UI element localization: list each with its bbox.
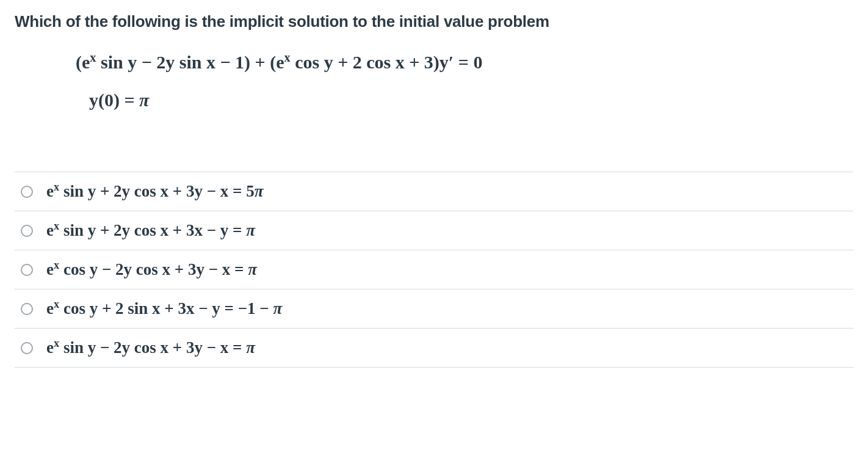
option-row[interactable]: ex cos y − 2y cos x + 3y − x = π — [15, 250, 853, 289]
initial-condition: y(0) = π — [89, 90, 853, 111]
question-prompt: Which of the following is the implicit s… — [15, 12, 853, 31]
radio-button[interactable] — [21, 264, 33, 276]
radio-button[interactable] — [21, 342, 33, 354]
radio-button[interactable] — [21, 186, 33, 198]
radio-button[interactable] — [21, 225, 33, 237]
option-row[interactable]: ex cos y + 2 sin x + 3x − y = −1 − π — [15, 289, 853, 328]
option-formula: ex cos y − 2y cos x + 3y − x = π — [46, 260, 257, 279]
option-row[interactable]: ex sin y − 2y cos x + 3y − x = π — [15, 328, 853, 368]
option-formula: ex sin y + 2y cos x + 3x − y = π — [46, 221, 255, 240]
equation-block: (ex sin y − 2y sin x − 1) + (ex cos y + … — [76, 46, 853, 111]
main-equation: (ex sin y − 2y sin x − 1) + (ex cos y + … — [76, 46, 853, 79]
option-row[interactable]: ex sin y + 2y cos x + 3y − x = 5π — [15, 172, 853, 211]
radio-button[interactable] — [21, 303, 33, 315]
options-list: ex sin y + 2y cos x + 3y − x = 5π ex sin… — [15, 172, 853, 368]
option-row[interactable]: ex sin y + 2y cos x + 3x − y = π — [15, 211, 853, 250]
option-formula: ex cos y + 2 sin x + 3x − y = −1 − π — [46, 299, 282, 318]
option-formula: ex sin y + 2y cos x + 3y − x = 5π — [46, 182, 263, 201]
option-formula: ex sin y − 2y cos x + 3y − x = π — [46, 338, 255, 357]
